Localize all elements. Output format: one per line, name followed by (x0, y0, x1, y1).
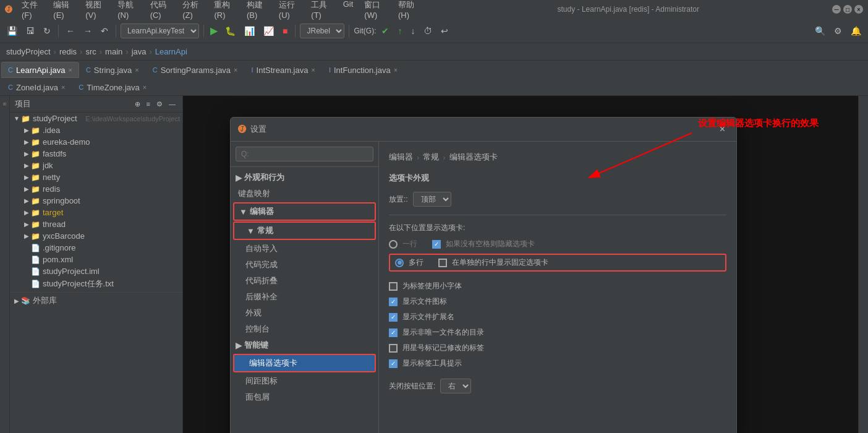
project-tree-collapse-btn[interactable]: — (167, 100, 177, 108)
menu-tools[interactable]: 工具(T) (306, 0, 336, 21)
save-btn[interactable]: 💾 (4, 24, 20, 38)
settings-item-appearance-sub[interactable]: 外观 (231, 305, 378, 321)
menu-window[interactable]: 窗口(W) (359, 0, 392, 21)
settings-item-auto-import[interactable]: 自动导入 (231, 241, 378, 257)
cb-hide-tabs[interactable] (432, 240, 441, 249)
settings-item-keymap[interactable]: 键盘映射 (231, 186, 378, 202)
settings-item-editor-tabs[interactable]: 编辑器选项卡 (233, 354, 376, 372)
settings-item-code-completion[interactable]: 代码完成 (231, 257, 378, 273)
menu-view[interactable]: 视图(V) (80, 0, 111, 21)
notifications-btn[interactable]: 🔔 (848, 24, 864, 38)
sync-btn[interactable]: ↻ (40, 24, 54, 38)
tree-item-yxcbarcode[interactable]: ▶ 📁 yxcBarcode (10, 230, 182, 242)
forward-btn[interactable]: → (80, 24, 95, 38)
cb-show-ext[interactable] (389, 313, 398, 322)
breadcrumb-studyproject[interactable]: studyProject (6, 47, 51, 56)
tree-item-redis[interactable]: ▶ 📁 redis (10, 183, 182, 195)
menu-help[interactable]: 帮助(H) (393, 0, 424, 21)
menu-run[interactable]: 运行(U) (274, 0, 305, 21)
tree-item-txt[interactable]: ▶ 📄 studyProject任务.txt (10, 277, 182, 291)
cb-show-tooltip[interactable] (389, 359, 398, 368)
save-all-btn[interactable]: 🖫 (23, 24, 38, 38)
search-everywhere-btn[interactable]: 🔍 (812, 24, 828, 38)
settings-item-code-folding[interactable]: 代码折叠 (231, 273, 378, 289)
cb-mark-modified[interactable] (389, 344, 398, 353)
tree-item-idea[interactable]: ▶ 📁 .idea (10, 124, 182, 136)
cb-show-icons[interactable] (389, 298, 398, 306)
placement-select[interactable]: 顶部 (413, 192, 451, 207)
coverage-btn[interactable]: 📊 (241, 24, 258, 38)
project-tree-settings-btn[interactable]: ⚙ (155, 100, 164, 109)
tree-item-fastdfs[interactable]: ▶ 📁 fastdfs (10, 148, 182, 160)
breadcrumb-redis[interactable]: redis (59, 47, 77, 56)
tree-item-external[interactable]: ▶ 📚 外部库 (10, 294, 182, 307)
cb-small-font[interactable] (389, 282, 398, 291)
tab-zoneid[interactable]: C ZoneId.java × (1, 79, 72, 95)
menu-code[interactable]: 代码(C) (145, 0, 176, 21)
run-config-dropdown[interactable]: LearnApi.keyTest (121, 24, 199, 38)
tree-item-target[interactable]: ▶ 📁 target (10, 207, 182, 218)
tab-close-intstream[interactable]: × (311, 66, 315, 74)
back-btn[interactable]: ← (63, 24, 78, 38)
git-fetch-btn[interactable]: ↓ (407, 24, 418, 38)
run-btn[interactable]: ▶ (208, 23, 219, 38)
settings-search-input[interactable] (236, 147, 373, 161)
structure-btn[interactable]: ≡ (1, 102, 8, 106)
tree-item-gitignore[interactable]: ▶ 📄 .gitignore (10, 242, 182, 254)
radio-multi-line[interactable] (395, 259, 404, 267)
settings-item-smart-keys[interactable]: ▶ 智能键 (231, 337, 378, 353)
tree-item-thread[interactable]: ▶ 📁 thread (10, 218, 182, 230)
tab-close-intfunction[interactable]: × (394, 66, 398, 74)
project-tree-add-btn[interactable]: ⊕ (133, 100, 142, 109)
tab-learnapi[interactable]: C LearnApi.java × (1, 62, 79, 78)
tree-item-pom[interactable]: ▶ 📄 pom.xml (10, 254, 182, 265)
tab-intfunction[interactable]: I IntFunction.java × (322, 62, 404, 78)
profile-btn[interactable]: 📈 (260, 24, 277, 38)
menu-git[interactable]: Git (338, 0, 359, 21)
minimize-btn[interactable]: ─ (832, 5, 841, 14)
settings-item-postfix[interactable]: 后缀补全 (231, 289, 378, 305)
git-history-btn[interactable]: ⏱ (420, 24, 435, 38)
project-tree-scroll-btn[interactable]: ≡ (145, 100, 152, 108)
settings-item-appearance[interactable]: ▶ 外观和行为 (231, 169, 378, 186)
menu-build[interactable]: 构建(B) (242, 0, 273, 21)
jrebel-dropdown[interactable]: JRebel (300, 24, 344, 38)
breadcrumb-learnapi[interactable]: LearnApi (155, 47, 187, 56)
settings-item-general[interactable]: ▼ 常规 (233, 221, 376, 240)
cb-fixed-tabs[interactable] (438, 259, 447, 267)
tab-close-timezone[interactable]: × (143, 84, 147, 91)
breadcrumb-main[interactable]: main (105, 47, 122, 56)
tab-close-learnapi[interactable]: × (68, 66, 72, 74)
settings-item-editor[interactable]: ▼ 编辑器 (233, 202, 376, 221)
menu-navigate[interactable]: 导航(N) (113, 0, 143, 21)
menu-file[interactable]: 文件(F) (17, 0, 47, 21)
stop-btn[interactable]: ■ (279, 24, 291, 38)
close-btn[interactable]: × (854, 5, 863, 14)
git-push-btn[interactable]: ↑ (394, 24, 405, 38)
debug-icon-btn[interactable]: 🐛 (222, 24, 239, 38)
tab-close-sortingparams[interactable]: × (234, 66, 237, 74)
tab-close-string[interactable]: × (135, 66, 138, 74)
tree-root[interactable]: ▼ 📁 studyProject E:\ideaWorkspace\studyP… (10, 113, 182, 124)
settings-item-console[interactable]: 控制台 (231, 321, 378, 337)
menu-refactor[interactable]: 重构(R) (209, 0, 240, 21)
settings-item-gutter-icons[interactable]: 间距图标 (231, 373, 378, 389)
tree-item-eureka[interactable]: ▶ 📁 eureka-demo (10, 136, 182, 148)
git-revert-btn[interactable]: ↩ (438, 24, 451, 38)
tab-string[interactable]: C String.java × (79, 62, 146, 78)
maximize-btn[interactable]: □ (843, 5, 852, 14)
settings-btn[interactable]: ⚙ (831, 24, 845, 38)
tab-close-zoneid[interactable]: × (61, 84, 65, 91)
breadcrumb-src[interactable]: src (85, 47, 96, 56)
tab-timezone[interactable]: C TimeZone.java × (72, 79, 153, 95)
settings-item-breadcrumbs[interactable]: 面包屑 (231, 389, 378, 405)
cb-show-dir[interactable] (389, 328, 398, 337)
tree-item-jdk[interactable]: ▶ 📁 jdk (10, 160, 182, 171)
menu-analyze[interactable]: 分析(Z) (177, 0, 208, 21)
undo-navigate-btn[interactable]: ↶ (98, 24, 111, 38)
dialog-close-btn[interactable]: × (716, 122, 729, 136)
tree-item-netty[interactable]: ▶ 📁 netty (10, 171, 182, 183)
git-update-btn[interactable]: ✔ (378, 24, 392, 38)
menu-edit[interactable]: 编辑(E) (48, 0, 79, 21)
radio-one-line[interactable] (389, 240, 398, 249)
